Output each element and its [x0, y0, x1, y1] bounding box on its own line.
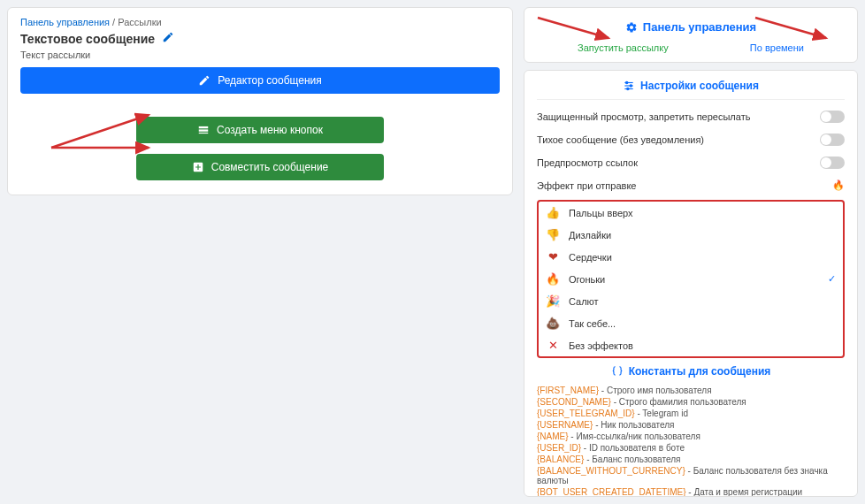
- pencil-icon[interactable]: [162, 31, 174, 46]
- svg-rect-2: [199, 133, 209, 134]
- breadcrumb-current: Рассылки: [118, 17, 161, 27]
- constant-row: {BALANCE_WITHOUT_CURRENCY} - Баланс поль…: [537, 465, 845, 486]
- timed-broadcast-link[interactable]: По времени: [750, 42, 804, 53]
- start-broadcast-link[interactable]: Запустить рассылку: [578, 42, 669, 53]
- create-menu-button[interactable]: Создать меню кнопок: [136, 117, 384, 143]
- plus-box-icon: [192, 161, 204, 173]
- constant-row: {NAME} - Имя-ссылка/ник пользователя: [537, 431, 845, 442]
- svg-point-11: [626, 81, 628, 83]
- constants-header-label: Константы для сообщения: [629, 365, 771, 378]
- breadcrumb-root[interactable]: Панель управления: [20, 17, 110, 27]
- sliders-icon: [623, 80, 635, 92]
- svg-line-4: [51, 115, 149, 148]
- panel-header-label: Панель управления: [643, 20, 756, 34]
- setting-silent-label: Тихое сообщение (без уведомления): [537, 134, 704, 145]
- page-title: Текстовое сообщение: [20, 32, 155, 46]
- setting-protected-label: Защищенный просмотр, запретить пересылат…: [537, 111, 750, 122]
- thumbs-up-icon: 👍: [546, 206, 560, 219]
- grid-icon: [197, 124, 210, 136]
- breadcrumb: Панель управления / Рассылки: [20, 17, 500, 31]
- effect-thumbs-up[interactable]: 👍Пальцы вверх: [539, 202, 843, 224]
- page-subtitle: Текст рассылки: [20, 50, 500, 60]
- effect-poop[interactable]: 💩Так себе...: [539, 312, 843, 334]
- pencil-icon: [198, 74, 211, 87]
- editor-button[interactable]: Редактор сообщения: [20, 67, 500, 94]
- fire-icon: 🔥: [546, 272, 560, 286]
- protected-toggle[interactable]: [820, 111, 845, 123]
- settings-header-label: Настройки сообщения: [640, 80, 759, 92]
- braces-icon: [611, 365, 624, 378]
- combine-button[interactable]: Совместить сообщение: [136, 154, 384, 180]
- constant-row: {SECOND_NAME} - Строго фамилия пользоват…: [537, 396, 845, 408]
- constants-list: {FIRST_NAME} - Строго имя пользователя{S…: [537, 385, 845, 497]
- svg-point-12: [630, 85, 632, 87]
- effect-none[interactable]: ✕Без эффектов: [539, 334, 843, 356]
- constant-row: {BOT_USER_CREATED_DATETIME} - Дата и вре…: [537, 486, 845, 497]
- effect-hearts[interactable]: ❤Сердечки: [539, 246, 843, 268]
- heart-icon: ❤: [546, 250, 560, 263]
- constant-row: {BALANCE} - Баланс пользователя: [537, 454, 845, 465]
- svg-point-13: [627, 88, 629, 89]
- svg-rect-0: [199, 126, 209, 128]
- effects-dropdown: 👍Пальцы вверх 👎Дизлайки ❤Сердечки 🔥Огонь…: [537, 200, 845, 358]
- message-card: Панель управления / Рассылки Текстовое с…: [7, 7, 513, 195]
- setting-preview-label: Предпросмотр ссылок: [537, 157, 638, 168]
- poop-icon: 💩: [546, 317, 560, 330]
- constant-row: {USER_ID} - ID пользователя в боте: [537, 442, 845, 454]
- effect-thumbs-down[interactable]: 👎Дизлайки: [539, 224, 843, 246]
- constant-row: {USER_TELEGRAM_ID} - Telegram id: [537, 408, 845, 419]
- effect-salute[interactable]: 🎉Салют: [539, 290, 843, 312]
- annotation-arrow-icon: [524, 124, 533, 203]
- control-panel: Панель управления Запустить рассылку По …: [524, 7, 858, 63]
- constant-row: {USERNAME} - Ник пользователя: [537, 419, 845, 431]
- preview-toggle[interactable]: [820, 157, 845, 169]
- check-icon: ✓: [828, 273, 836, 285]
- settings-panel: Настройки сообщения Защищенный просмотр,…: [524, 70, 858, 497]
- salute-icon: 🎉: [546, 294, 560, 308]
- effect-fire[interactable]: 🔥Огоньки✓: [539, 268, 843, 290]
- constant-row: {FIRST_NAME} - Строго имя пользователя: [537, 385, 845, 396]
- setting-effect-label: Эффект при отправке: [537, 180, 636, 191]
- thumbs-down-icon: 👎: [546, 228, 560, 241]
- svg-rect-1: [199, 129, 209, 131]
- gear-icon: [625, 21, 638, 34]
- close-icon: ✕: [546, 339, 560, 352]
- silent-toggle[interactable]: [820, 134, 845, 146]
- fire-icon[interactable]: 🔥: [832, 179, 845, 191]
